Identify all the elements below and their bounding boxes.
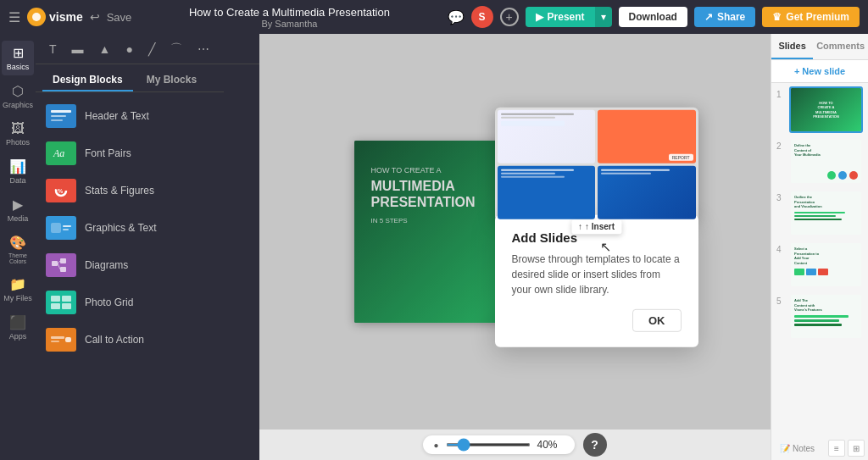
diagrams-label: Diagrams bbox=[85, 259, 128, 271]
slide-thumb-item-3[interactable]: 3 Outline thePresentationand Visualizati… bbox=[776, 190, 863, 236]
sidebar-item-myfiles[interactable]: 📁 My Files bbox=[2, 272, 34, 307]
slide-thumb-item-4[interactable]: 4 Select aPresentation toAdd YourContent bbox=[776, 241, 863, 288]
graphics-label: Graphics bbox=[3, 101, 33, 109]
blocks-panel: Design Blocks My Blocks Header & Text bbox=[36, 64, 224, 363]
svg-rect-18 bbox=[62, 303, 71, 309]
undo-button[interactable]: ↩ bbox=[90, 10, 100, 24]
save-button[interactable]: Save bbox=[107, 11, 132, 24]
svg-rect-11 bbox=[60, 258, 66, 263]
presentation-title: How to Create a Multimedia Presentation bbox=[189, 6, 390, 19]
cta-label: Call to Action bbox=[85, 334, 144, 346]
add-slides-dialog: Add Slides Browse through templates to l… bbox=[495, 214, 698, 346]
preview-cell-1 bbox=[498, 109, 596, 163]
sidebar-item-photos[interactable]: 🖼 Photos bbox=[2, 117, 34, 151]
preview-cell-2: REPORT bbox=[598, 109, 696, 163]
slide-thumb-3[interactable]: Outline thePresentationand Visualization bbox=[789, 190, 863, 236]
tab-design-blocks[interactable]: Design Blocks bbox=[42, 69, 133, 91]
cta-icon bbox=[46, 328, 76, 352]
preview-cell-4 bbox=[598, 165, 696, 219]
block-item-diagrams[interactable]: Diagrams bbox=[36, 247, 224, 284]
slide-num-3: 3 bbox=[776, 193, 785, 202]
grid-view-button[interactable]: ⊞ bbox=[848, 440, 865, 457]
block-item-call-to-action[interactable]: Call to Action bbox=[36, 321, 224, 358]
svg-rect-1 bbox=[51, 110, 71, 113]
zoom-slider-container: ● 40% bbox=[423, 435, 574, 454]
slide-thumb-5[interactable]: Add TheContent withVisme's Features bbox=[789, 293, 863, 340]
new-slide-button[interactable]: + New slide bbox=[771, 60, 868, 83]
add-collaborator-button[interactable]: + bbox=[500, 8, 519, 26]
sidebar-item-apps[interactable]: ⬛ Apps bbox=[2, 310, 34, 345]
slide-thumb-item-1[interactable]: 1 HOW TOCREATE AMULTIMEDIAPRESENTATION bbox=[776, 86, 863, 133]
sidebar-item-graphics[interactable]: ⬡ Graphics bbox=[2, 79, 34, 114]
share-button[interactable]: ↗ Share bbox=[694, 7, 755, 27]
basics-icon: ⊞ bbox=[13, 45, 24, 61]
svg-rect-7 bbox=[51, 223, 61, 233]
topbar-left: ☰ visme ↩ Save bbox=[8, 8, 131, 26]
svg-rect-3 bbox=[51, 119, 63, 121]
svg-rect-15 bbox=[51, 296, 60, 302]
block-item-header-text[interactable]: Header & Text bbox=[36, 97, 224, 135]
theme-label: Theme Colors bbox=[3, 252, 32, 264]
notes-button[interactable]: 📝 Notes bbox=[775, 441, 820, 456]
sidebar-item-basics[interactable]: ⊞ Basics bbox=[2, 41, 34, 75]
tab-my-blocks[interactable]: My Blocks bbox=[136, 69, 207, 91]
comment-icon[interactable]: 💬 bbox=[448, 9, 465, 25]
slide-thumb-1[interactable]: HOW TOCREATE AMULTIMEDIAPRESENTATION bbox=[789, 86, 863, 133]
slide-thumb-2[interactable]: Define theContent ofYour Multimedia bbox=[789, 138, 863, 185]
zoom-slider[interactable] bbox=[446, 443, 531, 446]
svg-rect-2 bbox=[51, 115, 66, 117]
font-pairs-icon: Aa bbox=[46, 141, 76, 165]
get-premium-button[interactable]: ♛ Get Premium bbox=[762, 7, 860, 27]
slide-thumb-item-2[interactable]: 2 Define theContent ofYour Multimedia bbox=[776, 138, 863, 185]
popup-ok-button[interactable]: OK bbox=[632, 308, 682, 331]
visme-logo-dot bbox=[27, 8, 46, 26]
more-tools-button[interactable]: ⋯ bbox=[192, 40, 214, 58]
svg-rect-10 bbox=[52, 261, 58, 266]
avatar: S bbox=[471, 6, 493, 28]
blocks-tabs: Design Blocks My Blocks bbox=[36, 64, 224, 92]
help-button[interactable]: ? bbox=[583, 433, 607, 457]
graphics-text-label: Graphics & Text bbox=[85, 222, 156, 234]
apps-label: Apps bbox=[9, 332, 27, 341]
header-text-icon bbox=[46, 104, 76, 128]
block-item-font-pairs[interactable]: Aa Font Pairs bbox=[36, 135, 224, 172]
svg-line-14 bbox=[58, 263, 60, 269]
stats-figures-label: Stats & Figures bbox=[85, 185, 154, 197]
slide-action-bar: 📝 Notes ≡ ⊞ bbox=[771, 438, 868, 460]
block-item-photo-grid[interactable]: Photo Grid bbox=[36, 284, 224, 321]
tab-comments[interactable]: Comments bbox=[813, 34, 868, 59]
diagrams-icon bbox=[46, 253, 76, 277]
tab-slides[interactable]: Slides bbox=[771, 34, 813, 59]
svg-rect-20 bbox=[51, 341, 59, 342]
text-tool-button[interactable]: T bbox=[44, 40, 62, 58]
zoom-decrease-icon: ● bbox=[433, 441, 438, 450]
present-dropdown-button[interactable]: ▾ bbox=[595, 7, 612, 27]
sidebar-item-theme-colors[interactable]: 🎨 Theme Colors bbox=[2, 230, 34, 269]
myfiles-icon: 📁 bbox=[9, 276, 26, 292]
block-item-stats-figures[interactable]: % Stats & Figures bbox=[36, 172, 224, 209]
photo-grid-icon bbox=[46, 291, 76, 314]
data-label: Data bbox=[9, 176, 25, 185]
hamburger-icon[interactable]: ☰ bbox=[8, 9, 20, 25]
sidebar-item-media[interactable]: ▶ Media bbox=[2, 192, 34, 227]
slide-thumb-item-5[interactable]: 5 Add TheContent withVisme's Features bbox=[776, 293, 863, 340]
slide-thumb-4[interactable]: Select aPresentation toAdd YourContent bbox=[789, 241, 863, 288]
basics-label: Basics bbox=[7, 63, 30, 71]
svg-point-0 bbox=[32, 13, 41, 21]
main-layout: ⊞ Basics ⬡ Graphics 🖼 Photos 📊 Data ▶ Me… bbox=[0, 34, 868, 460]
canvas-area: HOW TO CREATE A MULTIMEDIAPRESENTATION I… bbox=[259, 34, 771, 460]
block-item-graphics-text[interactable]: Graphics & Text bbox=[36, 209, 224, 247]
slides-list: 1 HOW TOCREATE AMULTIMEDIAPRESENTATION 2… bbox=[771, 83, 868, 438]
present-button[interactable]: ▶ Present bbox=[526, 7, 595, 27]
font-pairs-label: Font Pairs bbox=[85, 147, 131, 159]
line-tool-button[interactable]: ╱ bbox=[143, 40, 160, 58]
download-button[interactable]: Download bbox=[619, 7, 687, 27]
triangle-tool-button[interactable]: ▲ bbox=[94, 40, 116, 58]
svg-rect-19 bbox=[51, 336, 64, 339]
rectangle-tool-button[interactable]: ▬ bbox=[67, 40, 89, 58]
sidebar-item-data[interactable]: 📊 Data bbox=[2, 154, 34, 189]
curve-tool-button[interactable]: ⌒ bbox=[165, 39, 187, 59]
preview-cell-3 bbox=[498, 165, 596, 219]
list-view-button[interactable]: ≡ bbox=[828, 440, 845, 457]
circle-tool-button[interactable]: ● bbox=[120, 40, 137, 58]
